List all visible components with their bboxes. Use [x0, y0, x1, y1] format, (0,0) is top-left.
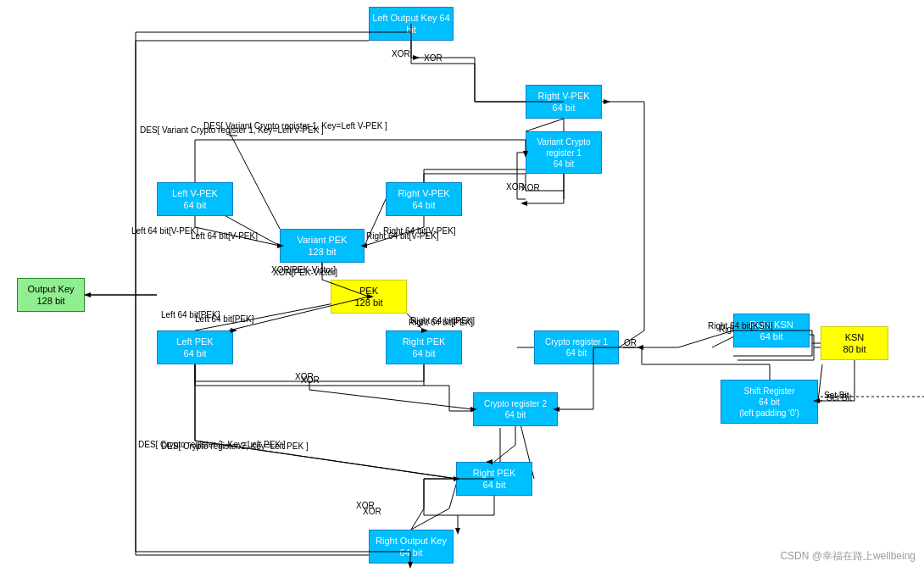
right-output-key-label: Right Output Key64 bit: [376, 535, 447, 559]
crypto-reg2-label: Crypto register 264 bit: [484, 398, 547, 420]
pek-label: PEK128 bit: [354, 285, 382, 309]
right-output-key-box: Right Output Key64 bit: [369, 530, 454, 564]
svg-line-54: [411, 508, 424, 530]
left-pek-box: Left PEK64 bit: [157, 330, 233, 364]
svg-text:XOR: XOR: [392, 49, 410, 58]
svg-text:XOR[PEK-Victor]: XOR[PEK-Victor]: [273, 268, 337, 277]
left-output-key-box: Left Output Key 64 bit: [369, 7, 454, 41]
diagram-container: XOR XOR Left 64 bit[V-PEK] Right 64 bit[…: [0, 0, 924, 572]
svg-text:XOR: XOR: [424, 53, 443, 63]
svg-text:Left 64 bit[V-PEK]: Left 64 bit[V-PEK]: [131, 226, 198, 236]
right-v-pek-top-box: Right V-PEK64 bit: [526, 85, 602, 119]
variant-crypto-reg1-box: Variant Cryptoregister 164 bit: [526, 131, 602, 174]
svg-line-16: [365, 199, 386, 246]
right-ksn-label: Right KSN64 bit: [749, 319, 793, 343]
svg-text:XOR: XOR: [521, 183, 540, 192]
svg-line-107: [407, 314, 424, 330]
svg-text:Right 64 bit[V-PEK]: Right 64 bit[V-PEK]: [366, 231, 439, 241]
crypto-reg1-box: Crypto register 164 bit: [534, 330, 619, 364]
svg-text:Set Bit: Set Bit: [824, 391, 849, 400]
svg-text:XOR: XOR: [295, 372, 314, 381]
ksn-box: KSN80 bit: [821, 326, 888, 360]
right-v-pek-top-label: Right V-PEK64 bit: [537, 90, 589, 114]
pek-box: PEK128 bit: [331, 280, 407, 314]
svg-text:XOR: XOR: [301, 375, 320, 385]
svg-text:Left 64 bit[PEK]: Left 64 bit[PEK]: [195, 314, 254, 324]
right-ksn-box: Right KSN64 bit: [733, 314, 810, 347]
svg-text:DES[ Crypto register 2, Key=Le: DES[ Crypto register 2, Key=Left PEK ]: [138, 440, 286, 449]
right-pek-bottom-label: Right PEK64 bit: [473, 467, 516, 491]
variant-crypto-reg1-label: Variant Cryptoregister 164 bit: [537, 136, 590, 169]
svg-line-93: [195, 227, 280, 246]
svg-text:Left 64 bit[PEK]: Left 64 bit[PEK]: [161, 310, 220, 319]
svg-line-22: [407, 314, 424, 330]
svg-text:Left 64 bit[V-PEK]: Left 64 bit[V-PEK]: [191, 231, 258, 241]
svg-marker-111: [84, 292, 91, 297]
svg-text:Right 64 bit[V-PEK]: Right 64 bit[V-PEK]: [383, 226, 456, 236]
svg-text:XOR: XOR: [356, 501, 375, 510]
svg-text:XOR: XOR: [506, 182, 525, 192]
svg-marker-157: [604, 99, 610, 104]
svg-text:DES[ Variant Crypto register 1: DES[ Variant Crypto register 1, Key=Left…: [203, 121, 387, 131]
svg-marker-127: [637, 345, 643, 350]
svg-text:DES[ Crypto register 2, Key=Le: DES[ Crypto register 2, Key=Left PEK ]: [161, 441, 309, 451]
svg-line-48: [195, 441, 458, 479]
right-v-pek-mid-box: Right V-PEK64 bit: [386, 182, 462, 216]
svg-marker-85: [520, 201, 527, 206]
right-pek-bottom-box: Right PEK64 bit: [456, 462, 532, 496]
svg-line-64: [526, 119, 564, 131]
variant-pek-label: Variant PEK128 bit: [297, 234, 347, 258]
svg-text:XOR: XOR: [363, 507, 381, 516]
crypto-reg2-box: Crypto register 264 bit: [473, 392, 558, 426]
right-pek-mid-box: Right PEK64 bit: [386, 330, 462, 364]
svg-text:DES[ Variant Crypto register 1: DES[ Variant Crypto register 1, Key=Left…: [140, 125, 324, 135]
svg-marker-154: [455, 528, 460, 535]
watermark: CSDN @幸福在路上wellbeing: [780, 549, 916, 564]
svg-line-125: [678, 330, 733, 347]
svg-line-117: [309, 390, 473, 409]
left-pek-label: Left PEK64 bit: [176, 336, 213, 360]
svg-line-45: [229, 131, 280, 229]
shift-register-box: Shift Register64 bit(left padding '0'): [721, 380, 818, 424]
svg-line-146: [195, 441, 456, 479]
svg-line-42: [818, 364, 822, 401]
shift-register-label: Shift Register64 bit(left padding '0'): [739, 386, 799, 419]
svg-line-142: [494, 445, 515, 462]
svg-text:Set Bit: Set Bit: [827, 393, 852, 403]
right-v-pek-mid-label: Right V-PEK64 bit: [398, 187, 449, 212]
left-v-pek-label: Left V-PEK64 bit: [172, 187, 218, 212]
left-output-key-label: Left Output Key 64 bit: [370, 12, 453, 36]
svg-text:XOR[PEK-Victor]: XOR[PEK-Victor]: [271, 265, 336, 275]
output-key-box: Output Key128 bit: [17, 278, 85, 312]
svg-text:Right 64 bit[PEK]: Right 64 bit[PEK]: [409, 318, 473, 327]
right-pek-mid-label: Right PEK64 bit: [403, 336, 446, 360]
crypto-reg1-label: Crypto register 164 bit: [545, 336, 608, 358]
output-key-label: Output Key128 bit: [27, 283, 74, 308]
svg-marker-70: [413, 55, 420, 60]
svg-line-55: [411, 508, 449, 530]
svg-line-97: [365, 227, 424, 246]
svg-text:Right 64 bit[PEK]: Right 64 bit[PEK]: [410, 316, 475, 325]
variant-pek-box: Variant PEK128 bit: [280, 229, 365, 263]
svg-line-158: [619, 330, 644, 347]
ksn-label: KSN80 bit: [843, 331, 866, 356]
svg-text:OR: OR: [624, 338, 637, 347]
left-v-pek-box: Left V-PEK64 bit: [157, 182, 233, 216]
